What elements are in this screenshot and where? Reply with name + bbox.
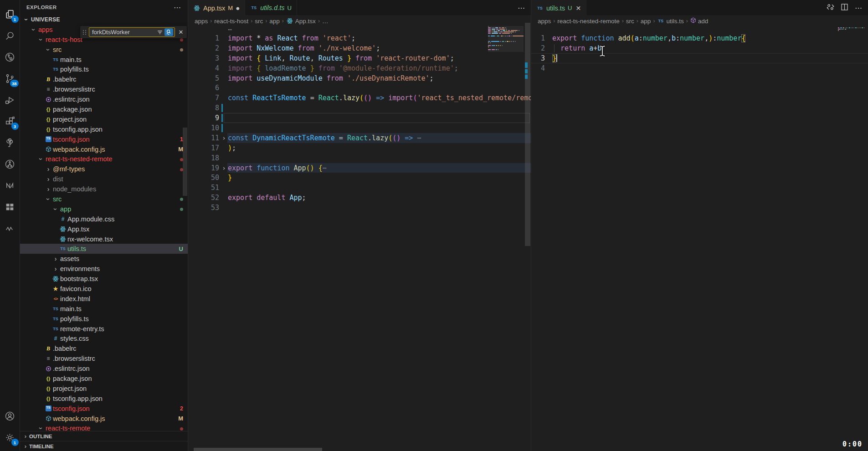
tree-file-project.json[interactable]: {}project.json bbox=[20, 114, 188, 124]
breadcrumb-item-add[interactable]: add bbox=[690, 17, 709, 25]
tree-file-favicon.ico[interactable]: ★favicon.ico bbox=[20, 284, 188, 294]
sidebar-sections: ›OUTLINE›TIMELINE bbox=[20, 431, 188, 451]
tree-file-polyfills.ts[interactable]: TSpolyfills.ts bbox=[20, 64, 188, 74]
tree-file-.eslintrc.json[interactable]: .eslintrc.json bbox=[20, 364, 188, 374]
tree-file-main.ts[interactable]: TSmain.ts bbox=[20, 55, 188, 65]
vertical-scrollbar[interactable] bbox=[525, 23, 530, 246]
tree-file-remote-entry.ts[interactable]: TSremote-entry.ts bbox=[20, 324, 188, 334]
tab-App.tsx[interactable]: App.tsxM● bbox=[188, 0, 245, 16]
nx-console-icon[interactable] bbox=[0, 175, 20, 196]
ts-file-icon: TS bbox=[657, 19, 664, 23]
breadcrumb-item-…[interactable]: … bbox=[322, 18, 329, 25]
workspace-root[interactable]: ›UNIVERSE bbox=[20, 15, 188, 25]
tree-file-.babelrc[interactable]: B.babelrc bbox=[20, 343, 188, 354]
line-number: 53 bbox=[188, 204, 220, 212]
code-editor[interactable]: 1export function add(a:number,b:number,)… bbox=[531, 26, 868, 451]
more-actions-icon[interactable]: ⋯ bbox=[855, 4, 863, 12]
filter-input-value[interactable]: forkDtsWorker bbox=[92, 29, 157, 36]
more-actions-icon[interactable]: ⋯ bbox=[174, 3, 181, 12]
tree-file-webpack.config.js[interactable]: webpack.config.jsM bbox=[20, 414, 188, 424]
line-number: 8 bbox=[188, 104, 220, 112]
tree-folder-src[interactable]: ›src bbox=[20, 194, 188, 204]
source-control-icon[interactable]: 38 bbox=[0, 68, 20, 89]
breadcrumb-item-apps[interactable]: apps bbox=[538, 18, 551, 25]
line-content: const ReactTsRemote = React.lazy(() => i… bbox=[228, 94, 531, 102]
tree-view-icon[interactable] bbox=[0, 132, 20, 154]
tree-file-package.json[interactable]: {}package.json bbox=[20, 374, 188, 384]
tree-file-.eslintrc.json[interactable]: .eslintrc.json bbox=[20, 94, 188, 104]
tree-filter-input[interactable]: forkDtsWorker bbox=[89, 27, 175, 37]
tree-folder-node_modules[interactable]: ›node_modules bbox=[20, 184, 188, 194]
breadcrumb-item-App.tsx[interactable]: App.tsx bbox=[286, 18, 316, 25]
split-editor-icon[interactable] bbox=[841, 3, 848, 13]
tree-file-index.html[interactable]: <>index.html bbox=[20, 294, 188, 304]
code-editor[interactable]: ⋯1import * as React from 'react';2import… bbox=[188, 26, 531, 451]
chevron-right-icon: › bbox=[52, 256, 59, 262]
wave-icon[interactable] bbox=[0, 218, 20, 239]
close-icon[interactable]: ✕ bbox=[177, 29, 185, 36]
tree-file-tsconfig.app.json[interactable]: {}tsconfig.app.json bbox=[20, 124, 188, 134]
tree-folder-app[interactable]: ›app bbox=[20, 204, 188, 214]
search-icon[interactable] bbox=[0, 25, 20, 46]
git-graph-icon[interactable] bbox=[0, 46, 20, 68]
breadcrumb-item-react-ts-nested-remote[interactable]: react-ts-nested-remote bbox=[557, 18, 620, 25]
tree-file-main.ts[interactable]: TSmain.ts bbox=[20, 304, 188, 314]
horizontal-scrollbar[interactable] bbox=[194, 448, 322, 451]
circle-branch-icon[interactable] bbox=[0, 154, 20, 175]
extensions-icon[interactable]: 3 bbox=[0, 111, 20, 132]
tree-file-bootstrap.tsx[interactable]: bootstrap.tsx bbox=[20, 274, 188, 284]
tree-file-tsconfig.json[interactable]: TStsconfig.json1 bbox=[20, 134, 188, 144]
tab-utils.d.ts[interactable]: TSutils.d.tsU bbox=[245, 0, 297, 15]
tree-file-.babelrc[interactable]: B.babelrc bbox=[20, 74, 188, 84]
more-actions-icon[interactable]: ⋯ bbox=[518, 4, 525, 12]
gear-icon[interactable]: 1 bbox=[0, 427, 20, 448]
tree-file-.browserslistrc[interactable]: ≡.browserslistrc bbox=[20, 354, 188, 364]
tree-file-tsconfig.json[interactable]: TStsconfig.json2 bbox=[20, 404, 188, 414]
tree-file-App.tsx[interactable]: App.tsx bbox=[20, 224, 188, 234]
breadcrumb-item-app[interactable]: app bbox=[641, 18, 651, 25]
section-timeline[interactable]: ›TIMELINE bbox=[20, 441, 188, 451]
close-icon[interactable]: ✕ bbox=[575, 5, 581, 12]
fuzzy-search-toggle[interactable] bbox=[164, 28, 173, 36]
breadcrumb-item-utils.ts[interactable]: TSutils.ts bbox=[657, 18, 683, 25]
section-outline[interactable]: ›OUTLINE bbox=[20, 431, 188, 441]
tree-file-.browserslistrc[interactable]: ≡.browserslistrc bbox=[20, 84, 188, 94]
tree-folder-src[interactable]: ›src bbox=[20, 45, 188, 55]
tree-folder-react-ts-remote[interactable]: ›react-ts-remote bbox=[20, 424, 188, 431]
tree-folder-react-ts-nested-remote[interactable]: ›react-ts-nested-remote bbox=[20, 154, 188, 164]
minimap[interactable] bbox=[838, 26, 864, 33]
fold-chevron-icon[interactable]: › bbox=[220, 134, 228, 142]
files-icon[interactable]: 1 bbox=[0, 4, 20, 25]
filter-icon[interactable] bbox=[157, 29, 163, 36]
tree-file-project.json[interactable]: {}project.json bbox=[20, 384, 188, 394]
tree-folder-environments[interactable]: ›environments bbox=[20, 264, 188, 274]
breadcrumb-item-src[interactable]: src bbox=[626, 18, 634, 25]
tree-file-styles.css[interactable]: #styles.css bbox=[20, 334, 188, 344]
breadcrumb-item-app[interactable]: app bbox=[269, 18, 280, 25]
breadcrumb-item-src[interactable]: src bbox=[255, 18, 263, 25]
tree-folder-assets[interactable]: ›assets bbox=[20, 254, 188, 264]
tree-file-tsconfig.app.json[interactable]: {}tsconfig.app.json bbox=[20, 394, 188, 404]
open-changes-icon[interactable] bbox=[827, 3, 834, 13]
sidebar-scrollbar[interactable] bbox=[183, 128, 187, 196]
dirty-indicator-icon[interactable]: ● bbox=[236, 5, 240, 11]
tree-file-nx-welcome.tsx[interactable]: nx-welcome.tsx bbox=[20, 234, 188, 244]
tree-file-webpack.config.js[interactable]: webpack.config.jsM bbox=[20, 144, 188, 154]
tab-utils.ts[interactable]: TSutils.tsU✕ bbox=[531, 0, 586, 16]
tree-filter-widget[interactable]: forkDtsWorker ✕ bbox=[80, 26, 187, 38]
drag-grip-icon[interactable] bbox=[82, 30, 87, 35]
tree-file-package.json[interactable]: {}package.json bbox=[20, 104, 188, 114]
tree-folder-dist[interactable]: ›dist bbox=[20, 174, 188, 184]
fold-chevron-icon[interactable]: › bbox=[220, 164, 228, 172]
tree-folder-@mf-types[interactable]: ›@mf-types bbox=[20, 164, 188, 174]
breadcrumb-item-apps[interactable]: apps bbox=[195, 18, 208, 25]
tree-file-App.module.css[interactable]: #App.module.css bbox=[20, 214, 188, 224]
tree-file-utils.ts[interactable]: TSutils.tsU bbox=[20, 244, 188, 254]
run-debug-icon[interactable] bbox=[0, 89, 20, 111]
tree-file-polyfills.ts[interactable]: TSpolyfills.ts bbox=[20, 314, 188, 324]
account-icon[interactable] bbox=[0, 405, 20, 427]
minimap-slider[interactable] bbox=[488, 26, 524, 52]
minimap[interactable] bbox=[488, 26, 524, 52]
grid-icon[interactable] bbox=[0, 196, 20, 218]
breadcrumb-item-react-ts-host[interactable]: react-ts-host bbox=[214, 18, 248, 25]
